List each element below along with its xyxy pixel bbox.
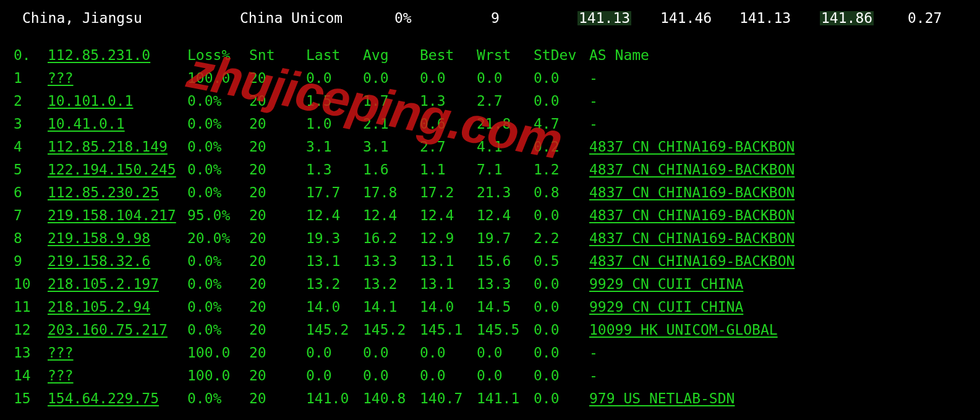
cell-host: 219.158.9.98 xyxy=(48,231,187,246)
cell-wrst: 15.6 xyxy=(477,254,534,268)
cell-avg: 3.1 xyxy=(363,140,420,154)
summary-hops: 9 xyxy=(491,11,500,25)
cell-host: 219.158.104.217 xyxy=(48,208,187,223)
cell-hop: 8 xyxy=(14,231,48,246)
cell-best: 12.9 xyxy=(420,231,477,246)
cell-hop: 11 xyxy=(14,300,48,314)
cell-avg: 13.3 xyxy=(363,254,420,268)
header-asname: AS Name xyxy=(589,48,966,62)
cell-asname: 9929 CN CUII CHINA xyxy=(589,300,966,314)
header-hop: 0. xyxy=(14,48,48,62)
cell-snt: 20 xyxy=(249,346,306,360)
cell-stdev: 0.0 xyxy=(534,277,589,291)
cell-loss: 0.0% xyxy=(187,94,249,108)
cell-best: 17.2 xyxy=(420,186,477,200)
cell-snt: 20 xyxy=(249,163,306,177)
cell-snt: 20 xyxy=(249,392,306,406)
cell-best: 145.1 xyxy=(420,323,477,337)
cell-host: 10.41.0.1 xyxy=(48,117,187,131)
cell-snt: 20 xyxy=(249,254,306,268)
cell-last: 3.1 xyxy=(306,140,363,154)
cell-avg: 0.0 xyxy=(363,369,420,383)
table-row: 12203.160.75.2170.0%20145.2145.2145.1145… xyxy=(14,323,980,337)
header-row: 0. 112.85.231.0 Loss% Snt Last Avg Best … xyxy=(14,48,980,62)
cell-hop: 7 xyxy=(14,208,48,223)
cell-host: ??? xyxy=(48,71,187,85)
cell-stdev: 0.0 xyxy=(534,323,589,337)
cell-snt: 20 xyxy=(249,71,306,85)
cell-wrst: 21.8 xyxy=(477,117,534,131)
cell-loss: 20.0% xyxy=(187,231,249,246)
table-row: 10218.105.2.1970.0%2013.213.213.113.30.0… xyxy=(14,277,980,291)
cell-asname: 4837 CN CHINA169-BACKBON xyxy=(589,186,966,200)
summary-val-5: 0.27 xyxy=(908,11,942,25)
cell-snt: 20 xyxy=(249,231,306,246)
cell-loss: 0.0% xyxy=(187,140,249,154)
cell-wrst: 14.5 xyxy=(477,300,534,314)
summary-val-4: 141.86 xyxy=(820,11,874,25)
cell-stdev: 0.2 xyxy=(534,140,589,154)
cell-wrst: 21.3 xyxy=(477,186,534,200)
summary-isp: China Unicom xyxy=(240,11,343,25)
cell-stdev: 0.0 xyxy=(534,300,589,314)
cell-stdev: 0.8 xyxy=(534,186,589,200)
traceroute-panel: 0. 112.85.231.0 Loss% Snt Last Avg Best … xyxy=(0,40,980,406)
summary-location: China, Jiangsu xyxy=(22,11,142,25)
cell-last: 13.1 xyxy=(306,254,363,268)
cell-avg: 1.6 xyxy=(363,163,420,177)
summary-val-3: 141.13 xyxy=(739,11,791,25)
cell-loss: 100.0 xyxy=(187,71,249,85)
cell-avg: 2.1 xyxy=(363,117,420,131)
table-row: 13???100.0200.00.00.00.00.0- xyxy=(14,346,980,360)
table-row: 11218.105.2.940.0%2014.014.114.014.50.09… xyxy=(14,300,980,314)
cell-hop: 4 xyxy=(14,140,48,154)
summary-loss: 0% xyxy=(394,11,412,25)
cell-last: 14.0 xyxy=(306,300,363,314)
cell-wrst: 0.0 xyxy=(477,71,534,85)
cell-wrst: 141.1 xyxy=(477,392,534,406)
summary-bar: China, Jiangsu China Unicom 0% 9 141.13 … xyxy=(0,0,980,30)
table-row: 210.101.0.10.0%201.51.71.32.70.0- xyxy=(14,94,980,108)
cell-asname: - xyxy=(589,369,966,383)
table-row: 4112.85.218.1490.0%203.13.12.74.10.24837… xyxy=(14,140,980,154)
cell-wrst: 0.0 xyxy=(477,369,534,383)
cell-avg: 1.7 xyxy=(363,94,420,108)
cell-wrst: 12.4 xyxy=(477,208,534,223)
cell-wrst: 7.1 xyxy=(477,163,534,177)
cell-hop: 12 xyxy=(14,323,48,337)
cell-snt: 20 xyxy=(249,208,306,223)
cell-loss: 0.0% xyxy=(187,163,249,177)
cell-snt: 20 xyxy=(249,323,306,337)
header-best: Best xyxy=(420,48,477,62)
cell-best: 2.7 xyxy=(420,140,477,154)
cell-best: 140.7 xyxy=(420,392,477,406)
cell-snt: 20 xyxy=(249,117,306,131)
cell-loss: 0.0% xyxy=(187,117,249,131)
cell-best: 0.0 xyxy=(420,346,477,360)
cell-hop: 6 xyxy=(14,186,48,200)
cell-snt: 20 xyxy=(249,277,306,291)
header-host: 112.85.231.0 xyxy=(48,48,187,62)
cell-best: 1.1 xyxy=(420,163,477,177)
cell-asname: - xyxy=(589,346,966,360)
cell-loss: 100.0 xyxy=(187,346,249,360)
cell-best: 13.1 xyxy=(420,254,477,268)
cell-asname: - xyxy=(589,94,966,108)
cell-host: 154.64.229.75 xyxy=(48,392,187,406)
cell-host: 122.194.150.245 xyxy=(48,163,187,177)
cell-last: 141.0 xyxy=(306,392,363,406)
cell-stdev: 0.0 xyxy=(534,369,589,383)
cell-wrst: 19.7 xyxy=(477,231,534,246)
table-row: 310.41.0.10.0%201.02.10.621.84.7- xyxy=(14,117,980,131)
cell-last: 1.3 xyxy=(306,163,363,177)
cell-asname: 4837 CN CHINA169-BACKBON xyxy=(589,254,966,268)
cell-avg: 17.8 xyxy=(363,186,420,200)
cell-hop: 13 xyxy=(14,346,48,360)
cell-asname: 4837 CN CHINA169-BACKBON xyxy=(589,231,966,246)
cell-hop: 3 xyxy=(14,117,48,131)
cell-best: 0.6 xyxy=(420,117,477,131)
cell-last: 1.5 xyxy=(306,94,363,108)
header-last: Last xyxy=(306,48,363,62)
cell-best: 14.0 xyxy=(420,300,477,314)
cell-best: 13.1 xyxy=(420,277,477,291)
